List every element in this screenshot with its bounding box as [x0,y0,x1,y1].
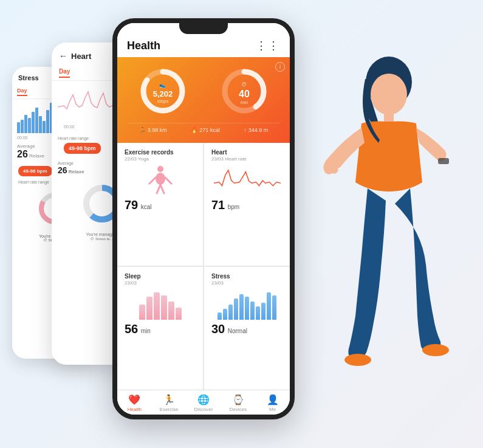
sleep-card-date: 23/03 [125,280,196,286]
sleep-bars [139,289,182,320]
stress-bar-4 [28,118,31,133]
activity-stats: 🏃 3.98 km 🔥 271 kcal ↑ 344.9 m [127,123,280,133]
stress-bar-2 [21,120,24,133]
nav-devices-label: Devices [230,407,247,412]
svg-point-19 [422,344,449,356]
health-app-title: Health [127,40,160,52]
stress-bar-5 [32,112,35,133]
stress-title: Stress [18,74,39,81]
health-inner: Health ⋮⋮ i 👟 5,202 steps [117,23,290,415]
nav-exercise[interactable]: 🏃 Exercise [152,394,187,412]
activity-banner: i 👟 5,202 steps [117,57,290,143]
exercise-nav-icon: 🏃 [163,394,175,405]
exercise-card-title: Exercise records [125,149,196,156]
stat-elevation: ↑ 344.9 m [244,127,268,133]
heart-tab-day[interactable]: Day [59,68,70,78]
timer-unit: min [239,100,250,105]
svg-point-18 [344,354,371,366]
heart-wave-chart [214,165,281,196]
exercise-card[interactable]: Exercise records 22/03 Yoga 79 kca [117,143,203,266]
stress-card-date: 23/03 [211,280,283,286]
stress-bar-3 [24,115,27,133]
heart-rate-badge: 49-98 bpm [18,166,52,176]
calories-icon: 🔥 [191,127,197,133]
phone-notch [179,23,228,34]
svg-rect-20 [438,158,449,164]
health-grid: Exercise records 22/03 Yoga 79 kca [117,143,290,390]
sleep-card-title: Sleep [125,273,196,280]
devices-nav-icon: ⌚ [232,394,244,405]
svg-line-11 [149,177,156,184]
stress-tab-day[interactable]: Day [17,88,27,96]
calories-value: 271 kcal [199,127,220,133]
discover-nav-icon: 🌐 [197,394,210,405]
distance-icon: 🏃 [139,127,146,133]
dots-menu-icon[interactable]: ⋮⋮ [256,39,280,52]
health-nav-icon: ❤️ [128,394,140,405]
stress-card-title: Stress [211,273,283,280]
stress-bar-9 [46,110,49,133]
stress-bar-6 [35,108,38,133]
exercise-card-value: 79 kcal [125,198,196,212]
heart-card-visual [211,165,283,196]
heart-title: Heart [71,52,91,61]
steps-number: 5,202 [153,89,173,98]
svg-line-14 [160,185,164,193]
stress-time-start: 00:00 [17,136,28,140]
back-arrow-icon[interactable]: ← [59,51,67,61]
stress-card-value: 30 Normal [211,322,283,336]
steps-ring: 👟 5,202 steps [139,67,187,115]
exercise-card-visual [125,165,196,196]
stress-card-bars [218,289,276,320]
nav-exercise-label: Exercise [160,407,179,412]
steps-value: 👟 5,202 steps [153,78,173,104]
nav-discover-label: Discover [194,407,213,412]
elevation-icon: ↑ [244,127,247,133]
heart-rate-value: 49-98 bpm [64,143,101,154]
svg-point-10 [156,173,165,185]
activity-rings: 👟 5,202 steps ⏱ 40 min [127,67,280,115]
sleep-card[interactable]: Sleep 23/03 56 min [117,267,203,390]
nav-discover[interactable]: 🌐 Discover [187,394,221,412]
health-phone: Health ⋮⋮ i 👟 5,202 steps [112,18,295,419]
me-nav-icon: 👤 [267,394,279,405]
person-svg [295,24,465,438]
heart-card[interactable]: Heart 23/03 Heart rate 71 bpm [204,143,290,266]
stat-calories: 🔥 271 kcal [191,127,220,133]
stress-card-visual [211,289,283,320]
steps-unit: steps [153,98,173,104]
exercise-card-date: 22/03 Yoga [125,156,196,162]
distance-value: 3.98 km [148,127,167,133]
heart-card-value: 71 bpm [211,198,283,212]
stress-card[interactable]: Stress 23/03 [204,267,290,390]
nav-health[interactable]: ❤️ Health [117,394,152,412]
steps-icon: 👟 [159,82,166,88]
stat-distance: 🏃 3.98 km [139,127,167,133]
nav-me-label: Me [269,407,276,412]
timer-ring: ⏱ 40 min [220,67,269,115]
nav-me[interactable]: 👤 Me [255,394,290,412]
heart-card-date: 23/03 Heart rate [211,156,283,162]
yoga-figure-svg [148,165,173,196]
nav-devices[interactable]: ⌚ Devices [221,394,255,412]
stress-bar-1 [17,122,20,133]
svg-point-16 [371,74,407,115]
svg-line-13 [157,185,160,193]
sleep-card-value: 56 min [125,322,196,336]
heart-card-title: Heart [211,149,283,156]
stress-bar-7 [39,116,42,133]
sleep-card-visual [125,289,196,320]
nav-health-label: Health [128,407,142,412]
svg-point-9 [157,166,163,172]
health-bottom-nav: ❤️ Health 🏃 Exercise 🌐 Discover ⌚ Device… [117,390,290,415]
timer-value: ⏱ 40 min [239,78,250,105]
elevation-value: 344.9 m [248,127,269,133]
info-button[interactable]: i [275,62,285,72]
stress-bar-8 [43,121,46,133]
timer-number: 40 [239,89,250,100]
person-illustration [295,24,465,438]
timer-icon: ⏱ [241,81,247,88]
svg-line-12 [165,177,171,184]
